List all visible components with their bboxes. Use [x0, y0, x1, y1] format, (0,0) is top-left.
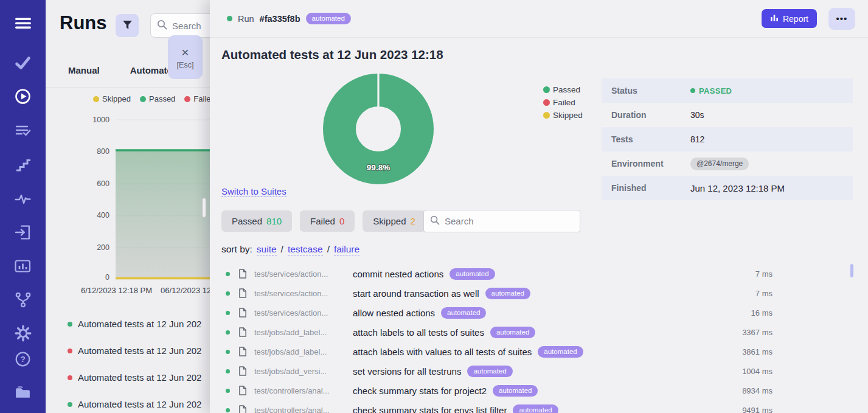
panel-scrollbar[interactable] [850, 264, 853, 277]
test-status-dot [226, 291, 230, 296]
filter-passed[interactable]: Passed810 [221, 210, 292, 232]
test-row[interactable]: test/jobs/add_label... attach labels to … [210, 322, 868, 342]
run-list-item[interactable]: Automated tests at 12 Jun 202 [68, 345, 201, 356]
test-row[interactable]: test/jobs/add_label... attach labels wit… [210, 342, 868, 361]
report-chart-icon [770, 13, 779, 24]
result-filters: Passed810 Failed0 Skipped2 [221, 210, 426, 232]
branches-icon[interactable] [0, 291, 46, 308]
test-duration: 3861 ms [742, 347, 773, 356]
skipped-dot [543, 112, 550, 119]
app: ? Runs Manual Automated Skipped Passed F… [0, 0, 868, 413]
test-duration: 7 ms [755, 269, 773, 279]
donut-percentage: 99.8% [367, 163, 390, 172]
test-suite-path: test/jobs/add_versi... [254, 367, 349, 376]
xlabel-1: 06/12/2023 12 [161, 286, 211, 295]
file-icon [238, 385, 247, 398]
runs-icon[interactable] [0, 88, 46, 105]
run-list-item[interactable]: Automated tests at 12 Jun 202 [68, 399, 201, 409]
test-badge: automated [493, 385, 538, 397]
test-badge: automated [450, 268, 495, 280]
test-row[interactable]: test/controllers/anal... check summary s… [210, 400, 868, 413]
results-donut-chart: 99.8% [321, 71, 436, 187]
chart-x-labels: 6/12/2023 12:18 PM 06/12/2023 12 [81, 286, 211, 295]
help-icon[interactable]: ? [0, 351, 46, 367]
filter-failed[interactable]: Failed0 [300, 210, 355, 232]
summary-row-status: Status PASSED [602, 78, 853, 103]
milestones-icon[interactable] [0, 156, 46, 172]
esc-hint: [Esc] [177, 61, 194, 69]
run-status-dot [68, 402, 72, 407]
tests-icon[interactable] [0, 55, 46, 71]
runs-scrollbar[interactable] [202, 198, 206, 218]
test-row[interactable]: test/controllers/anal... check summary s… [210, 381, 868, 400]
tab-manual[interactable]: Manual [68, 65, 100, 75]
test-row[interactable]: test/jobs/add_versi... set versions for … [210, 361, 868, 381]
status-dot [690, 88, 695, 93]
pulse-icon[interactable] [0, 191, 46, 207]
file-icon [238, 346, 247, 359]
run-summary-table: Status PASSED Duration 30s Tests 812 Env… [602, 78, 853, 200]
test-name: start around transaction as wellautomate… [353, 288, 530, 299]
page-title: Runs [60, 12, 107, 34]
close-panel-button[interactable]: × [Esc] [168, 35, 203, 79]
analytics-icon[interactable] [0, 258, 46, 274]
file-icon [238, 404, 247, 413]
run-type-tabs: Manual Automated [68, 65, 178, 75]
test-row[interactable]: test/services/action... start around tra… [210, 283, 868, 303]
ytick-200: 200 [85, 243, 109, 252]
run-detail-panel: Run #fa335f8b automated Report ••• Autom… [210, 0, 868, 413]
run-type-badge: automated [306, 13, 351, 24]
donut-legend: Passed Failed Skipped [543, 85, 583, 120]
svg-text:?: ? [20, 355, 25, 364]
panel-header: Run #fa335f8b automated Report ••• [210, 0, 868, 38]
test-badge: automated [441, 307, 486, 319]
test-status-dot [226, 389, 230, 393]
test-badge: automated [467, 366, 512, 377]
test-duration: 7 ms [755, 289, 773, 298]
test-badge: automated [513, 404, 558, 413]
test-plans-icon[interactable] [0, 123, 46, 139]
run-status-dot [227, 16, 232, 21]
run-label: Run [238, 14, 254, 24]
more-actions-button[interactable]: ••• [828, 8, 855, 30]
file-icon [238, 268, 247, 282]
test-duration: 8934 ms [742, 386, 773, 395]
skipped-dot [93, 96, 99, 102]
test-status-dot [226, 330, 230, 335]
test-duration: 16 ms [751, 308, 773, 318]
test-duration: 9491 ms [742, 406, 773, 413]
legend-skipped: Skipped [93, 94, 131, 103]
file-icon [238, 288, 247, 301]
filter-skipped[interactable]: Skipped2 [363, 210, 426, 232]
test-duration: 1004 ms [742, 367, 773, 376]
test-status-dot [226, 311, 230, 315]
sort-separator: / [327, 244, 330, 255]
test-status-dot [226, 369, 230, 373]
tests-search-input[interactable] [445, 216, 560, 226]
legend-passed: Passed [543, 85, 583, 94]
import-icon[interactable] [0, 224, 46, 241]
test-status-dot [226, 350, 230, 354]
funnel-icon [122, 20, 133, 32]
test-row[interactable]: test/services/action... commit nested ac… [210, 264, 868, 283]
projects-icon[interactable] [0, 384, 46, 401]
test-row[interactable]: test/services/action... allow nested act… [210, 303, 868, 322]
switch-to-suites-link[interactable]: Switch to Suites [221, 186, 286, 197]
tests-search[interactable] [423, 210, 580, 232]
sort-by-suite[interactable]: suite [257, 244, 277, 255]
filter-button[interactable] [116, 14, 139, 37]
settings-icon[interactable] [0, 325, 46, 342]
status-badge: PASSED [699, 86, 732, 95]
failed-count: 0 [339, 216, 344, 226]
test-name: check summary stats for envs list filter… [353, 404, 558, 413]
ellipsis-icon: ••• [836, 13, 848, 24]
sort-by-testcase[interactable]: testcase [288, 244, 323, 255]
menu-icon[interactable] [0, 15, 46, 31]
sidebar: ? [0, 0, 46, 413]
run-list-item[interactable]: Automated tests at 12 Jun 202 [68, 319, 201, 329]
test-suite-path: test/services/action... [254, 269, 349, 279]
sort-by-failure[interactable]: failure [334, 244, 359, 255]
run-list-item[interactable]: Automated tests at 12 Jun 202 [68, 372, 201, 383]
report-button[interactable]: Report [762, 9, 817, 28]
run-status-dot [68, 349, 72, 353]
